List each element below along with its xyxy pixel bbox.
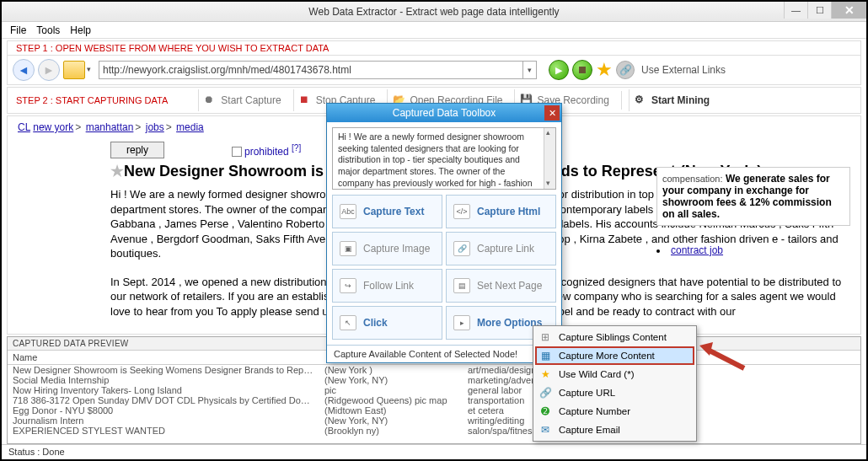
attributes-list: contract job — [656, 244, 850, 256]
page-icon: ▤ — [453, 278, 470, 293]
menu-capture-siblings[interactable]: ⊞Capture Siblings Content — [535, 328, 694, 346]
table-row[interactable]: EXPERIENCED STYLEST WANTED(Brooklyn ny)s… — [8, 426, 860, 436]
menu-help[interactable]: Help — [70, 24, 91, 36]
more-icon: ▸ — [453, 315, 470, 330]
close-button[interactable]: ✕ — [831, 2, 866, 19]
menu-capture-url[interactable]: 🔗Capture URL — [535, 383, 694, 402]
dialog-textarea[interactable]: Hi ! We are a newly formed designer show… — [332, 127, 556, 190]
prohibited-checkbox[interactable] — [232, 147, 242, 157]
link-icon: 🔗 — [453, 241, 470, 256]
cursor-icon: ↖ — [340, 315, 356, 330]
number-icon: ➋ — [538, 405, 552, 418]
gear-icon: ⚙ — [635, 94, 648, 107]
prohibited-link[interactable]: prohibited — [244, 146, 289, 158]
status-bar: Status : Done — [2, 444, 866, 459]
scrollbar[interactable] — [544, 128, 555, 189]
set-next-page-button[interactable]: ▤Set Next Page — [446, 269, 556, 303]
capture-link-button[interactable]: 🔗Capture Link — [446, 232, 556, 265]
dialog-status: Capture Available Content of Selected No… — [327, 345, 561, 362]
step1-label: STEP 1 : OPEN WEBSITE FROM WHERE YOU WIS… — [7, 40, 861, 56]
url-toolbar: ◄ ► ▾ ▶ ★ 🔗 Use External Links — [7, 56, 861, 85]
crumb-manhattan[interactable]: manhattan — [86, 121, 134, 133]
tree-icon: ⊞ — [538, 330, 552, 344]
dialog-close-button[interactable]: ✕ — [544, 105, 560, 121]
step2-label: STEP 2 : START CAPTURING DATA — [16, 95, 168, 105]
start-mining-button[interactable]: ⚙Start Mining — [629, 89, 715, 111]
open-folder-button[interactable] — [63, 61, 85, 79]
dialog-titlebar[interactable]: Captured Data Toolbox ✕ — [327, 104, 561, 122]
star-icon[interactable]: ★ — [110, 163, 124, 180]
url-input[interactable] — [99, 61, 523, 79]
window-title: Web Data Extractor - Extract web page da… — [308, 6, 559, 18]
star-icon: ★ — [538, 367, 552, 381]
html-icon: </> — [453, 204, 470, 219]
contract-job-link[interactable]: contract job — [671, 244, 723, 256]
follow-link-button[interactable]: ↪Follow Link — [332, 269, 442, 303]
forward-button[interactable]: ► — [38, 59, 60, 81]
content-icon: ▦ — [538, 349, 552, 362]
menu-file[interactable]: File — [10, 24, 26, 36]
crumb-media[interactable]: media — [176, 121, 204, 133]
compensation-label: compensation: — [662, 174, 723, 184]
table-row[interactable]: Now Hiring Inventory Takers- Long Island… — [8, 385, 860, 395]
crumb-jobs[interactable]: jobs — [146, 121, 164, 133]
click-button[interactable]: ↖Click — [332, 306, 442, 340]
go-button[interactable]: ▶ — [549, 60, 569, 80]
table-row[interactable]: Egg Donor - NYU $8000(Midtown East)et ce… — [8, 405, 860, 415]
menu-bar: File Tools Help — [2, 22, 866, 39]
text-icon: Abc — [340, 204, 356, 219]
more-options-menu: ⊞Capture Siblings Content ▦Capture More … — [533, 325, 697, 442]
table-row[interactable]: Journalism Intern(New York, NY)writing/e… — [8, 415, 860, 426]
record-icon: ⏺ — [204, 94, 217, 107]
stop-button[interactable] — [572, 60, 592, 80]
compensation-box: compensation: We generate sales for your… — [656, 167, 850, 226]
minimize-button[interactable]: — — [784, 2, 807, 19]
capture-html-button[interactable]: </>Capture Html — [446, 195, 556, 228]
menu-capture-email[interactable]: ✉Capture Email — [535, 421, 694, 439]
back-button[interactable]: ◄ — [13, 59, 35, 81]
captured-data-toolbox-dialog: Captured Data Toolbox ✕ Hi ! We are a ne… — [326, 103, 562, 363]
dialog-title: Captured Data Toolbox — [393, 107, 496, 119]
capture-image-button[interactable]: ▣Capture Image — [332, 232, 442, 265]
favorite-icon[interactable]: ★ — [596, 59, 613, 81]
external-links-label[interactable]: Use External Links — [641, 64, 726, 76]
crumb-newyork[interactable]: new york — [33, 121, 73, 133]
table-row[interactable]: 718 386-3172 Open Sunday DMV DOT CDL Phy… — [8, 395, 860, 405]
annotation-arrow — [698, 339, 748, 376]
capture-text-button[interactable]: AbcCapture Text — [332, 195, 442, 228]
stop-icon: ⏹ — [299, 94, 313, 107]
table-row[interactable]: Social Media Internship(New York, NY)mar… — [8, 375, 860, 385]
menu-use-wildcard[interactable]: ★Use Wild Card (*) — [535, 365, 694, 383]
external-links-icon: 🔗 — [616, 61, 635, 79]
menu-tools[interactable]: Tools — [36, 24, 60, 36]
url-icon: 🔗 — [538, 386, 552, 399]
titlebar: Web Data Extractor - Extract web page da… — [2, 2, 866, 22]
menu-capture-number[interactable]: ➋Capture Number — [535, 402, 694, 421]
maximize-button[interactable]: ☐ — [807, 2, 831, 19]
arrow-icon: ↪ — [340, 278, 356, 293]
crumb-cl[interactable]: CL — [18, 121, 30, 133]
menu-capture-more-content[interactable]: ▦Capture More Content — [535, 346, 694, 365]
image-icon: ▣ — [340, 241, 356, 256]
start-capture-button[interactable]: ⏺Start Capture — [198, 89, 286, 111]
url-dropdown[interactable]: ▾ — [523, 61, 537, 79]
email-icon: ✉ — [538, 423, 552, 437]
reply-button[interactable]: reply — [110, 142, 164, 158]
col-name: Name — [8, 351, 319, 364]
